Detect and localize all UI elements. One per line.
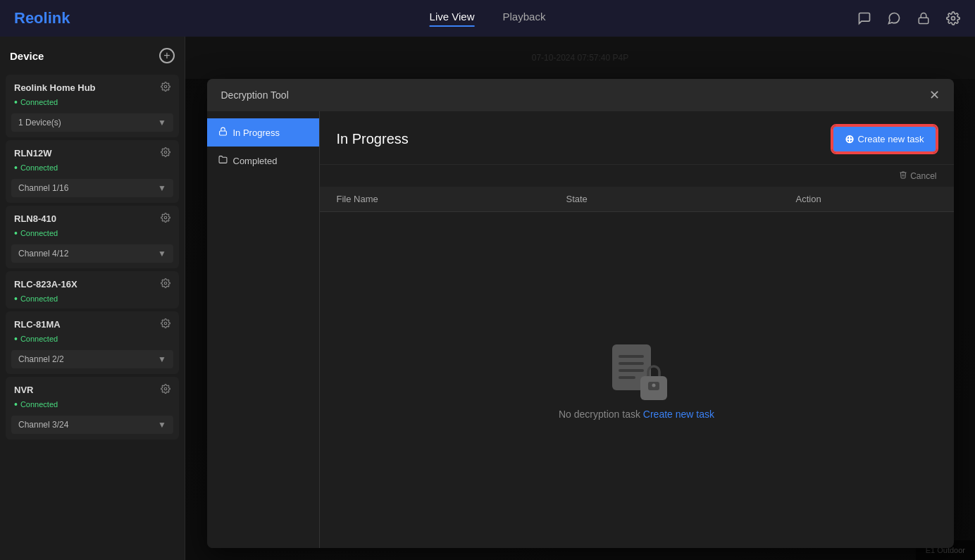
lock-tab-icon [218, 127, 228, 138]
device-channel-home-hub[interactable]: 1 Device(s) ▼ [11, 113, 173, 132]
tab-completed-label: Completed [233, 156, 278, 166]
device-group-home-hub: Reolink Home Hub Connected 1 Device(s) ▼ [6, 75, 179, 137]
modal-content-header: In Progress ⊕ Create new task [320, 111, 954, 165]
device-status-nvr: Connected [6, 399, 179, 414]
svg-rect-13 [619, 376, 635, 379]
chevron-down-icon: ▼ [158, 420, 166, 430]
sidebar: Device + Reolink Home Hub Connected 1 De… [0, 37, 185, 560]
modal-title: Decryption Tool [221, 89, 289, 101]
svg-point-1 [952, 17, 955, 20]
folder-tab-icon [218, 155, 228, 166]
cancel-label: Cancel [910, 171, 936, 181]
device-group-nvr: NVR Connected Channel 3/24 ▼ [6, 377, 179, 440]
logo: Reolink [14, 9, 70, 27]
gear-icon-rln12w[interactable] [161, 147, 170, 159]
device-name-home-hub: Reolink Home Hub [14, 82, 96, 93]
svg-point-3 [164, 151, 167, 154]
cancel-button[interactable]: Cancel [899, 170, 936, 181]
empty-message: No decryption task Create new task [559, 409, 714, 420]
modal-overlay: Decryption Tool ✕ In Progress [185, 37, 975, 560]
sidebar-title: Device [10, 50, 44, 62]
create-new-task-button[interactable]: ⊕ Create new task [832, 125, 937, 153]
svg-rect-8 [219, 131, 226, 135]
empty-state-icon [609, 341, 665, 397]
settings-icon[interactable] [945, 11, 961, 26]
trash-icon [899, 170, 907, 181]
table-header: File Name State Action [320, 187, 954, 212]
device-name-rlc-81ma: RLC-81MA [14, 319, 61, 330]
device-header-rln12w[interactable]: RLN12W [6, 140, 179, 162]
gear-icon-nvr[interactable] [161, 384, 170, 396]
empty-state: No decryption task Create new task [320, 212, 954, 548]
tab-in-progress[interactable]: In Progress [207, 118, 319, 147]
create-btn-label: Create new task [858, 134, 924, 144]
device-name-rln12w: RLN12W [14, 148, 51, 158]
nav-playback[interactable]: Playback [503, 11, 546, 27]
device-header-rlc-81ma[interactable]: RLC-81MA [6, 311, 179, 333]
gear-icon-home-hub[interactable] [161, 82, 170, 94]
device-channel-rlc-81ma[interactable]: Channel 2/2 ▼ [11, 350, 173, 368]
empty-create-link[interactable]: Create new task [643, 409, 714, 420]
gear-icon-rlc-81ma[interactable] [161, 318, 170, 330]
decryption-tool-modal: Decryption Tool ✕ In Progress [207, 79, 954, 548]
col-state: State [566, 194, 796, 204]
tab-completed[interactable]: Completed [207, 147, 319, 175]
device-header-nvr[interactable]: NVR [6, 377, 179, 399]
svg-point-2 [164, 85, 167, 88]
modal-main-content: In Progress ⊕ Create new task [320, 111, 954, 548]
topbar-nav: Live View Playback [430, 11, 546, 27]
svg-point-4 [164, 216, 167, 219]
device-channel-rln8-410[interactable]: Channel 4/12 ▼ [11, 244, 173, 263]
topbar-icons [857, 11, 961, 26]
device-status-home-hub: Connected [6, 97, 179, 112]
content-area: 07-10-2024 07:57:40 P4P E1 Outdoor Decry… [185, 37, 975, 560]
device-status-rln12w: Connected [6, 162, 179, 178]
lock-icon[interactable] [916, 11, 931, 26]
svg-rect-11 [619, 362, 644, 365]
topbar: Reolink Live View Playback [0, 0, 975, 37]
col-action: Action [796, 194, 937, 204]
chevron-down-icon: ▼ [158, 118, 166, 127]
gear-icon-rlc-823a[interactable] [161, 278, 170, 290]
modal-toolbar: Cancel [320, 165, 954, 187]
device-status-rlc-823a: Connected [6, 293, 179, 309]
svg-rect-12 [619, 369, 644, 372]
device-group-rlc-81ma: RLC-81MA Connected Channel 2/2 ▼ [6, 311, 179, 374]
device-group-rln8-410: RLN8-410 Connected Channel 4/12 ▼ [6, 206, 179, 268]
device-header-home-hub[interactable]: Reolink Home Hub [6, 75, 179, 97]
svg-point-6 [164, 322, 167, 325]
svg-rect-0 [919, 18, 929, 23]
device-status-rlc-81ma: Connected [6, 333, 179, 349]
modal-content-title: In Progress [337, 131, 409, 147]
chevron-down-icon: ▼ [158, 354, 166, 364]
svg-point-7 [164, 387, 167, 390]
device-group-rln12w: RLN12W Connected Channel 1/16 ▼ [6, 140, 179, 203]
device-name-rlc-823a: RLC-823A-16X [14, 279, 77, 290]
plus-icon: ⊕ [845, 132, 854, 146]
add-device-button[interactable]: + [159, 48, 175, 63]
modal-close-button[interactable]: ✕ [929, 89, 940, 101]
col-filename: File Name [337, 194, 566, 204]
svg-rect-10 [619, 355, 644, 358]
modal-sidebar-tabs: In Progress Completed [207, 111, 320, 548]
gear-icon-rln8-410[interactable] [161, 213, 170, 225]
device-channel-nvr[interactable]: Channel 3/24 ▼ [11, 416, 173, 434]
svg-point-16 [652, 383, 655, 387]
device-channel-rln12w[interactable]: Channel 1/16 ▼ [11, 179, 173, 197]
chevron-down-icon: ▼ [158, 183, 166, 193]
tab-in-progress-label: In Progress [233, 127, 280, 138]
device-status-rln8-410: Connected [6, 228, 179, 243]
device-name-nvr: NVR [14, 385, 33, 395]
chevron-down-icon: ▼ [158, 249, 166, 259]
message-icon[interactable] [886, 11, 902, 26]
nav-live-view[interactable]: Live View [430, 11, 475, 27]
chat-icon[interactable] [857, 11, 872, 26]
device-header-rlc-823a[interactable]: RLC-823A-16X [6, 271, 179, 293]
main-layout: Device + Reolink Home Hub Connected 1 De… [0, 37, 975, 560]
modal-header: Decryption Tool ✕ [207, 79, 954, 111]
device-name-rln8-410: RLN8-410 [14, 213, 56, 224]
device-header-rln8-410[interactable]: RLN8-410 [6, 206, 179, 228]
device-group-rlc-823a: RLC-823A-16X Connected [6, 271, 179, 309]
sidebar-header: Device + [0, 37, 185, 72]
svg-point-5 [164, 282, 167, 285]
